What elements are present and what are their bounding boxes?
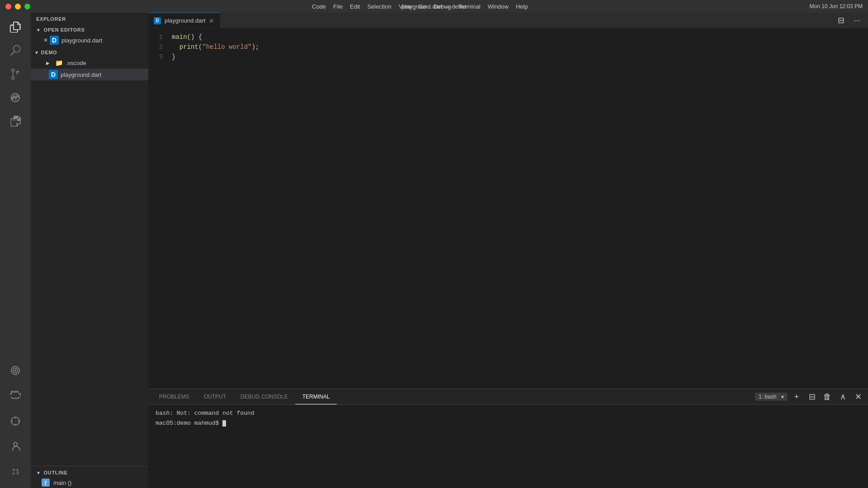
code-editor[interactable]: 1 2 3 main() { print("hello world"); }	[148, 28, 868, 389]
close-editor-icon[interactable]: ✕	[43, 37, 48, 43]
debug-console-tab[interactable]: DEBUG CONSOLE	[233, 389, 295, 404]
svg-point-0	[14, 370, 16, 371]
tab-close-button[interactable]: ✕	[209, 17, 214, 24]
menu-window[interactable]: Window	[488, 3, 509, 10]
split-terminal-button[interactable]: ⊟	[806, 390, 818, 403]
line-numbers: 1 2 3	[148, 32, 170, 385]
tab-actions: ⊟ ···	[835, 13, 868, 28]
close-terminal-button[interactable]: ✕	[852, 390, 864, 403]
demo-folder-header[interactable]: ▼ DEMO	[31, 48, 148, 57]
remote-explorer-icon[interactable]	[5, 360, 26, 381]
terminal-line-1: bash: Not: command not found	[156, 408, 861, 418]
account-icon[interactable]	[5, 436, 26, 457]
more-actions-button[interactable]: ···	[851, 14, 863, 27]
outline-item-label: main ()	[53, 479, 71, 486]
terminal-tab-bar: PROBLEMS OUTPUT DEBUG CONSOLE TERMINAL 1…	[148, 389, 868, 405]
extensions-activity-icon[interactable]	[5, 110, 26, 132]
explorer-activity-icon[interactable]	[5, 16, 26, 38]
menu-edit[interactable]: Edit	[350, 3, 360, 10]
app-container: EXPLORER ▼ OPEN EDITORS ✕ D playground.d…	[0, 13, 868, 488]
terminal-tab[interactable]: TERMINAL	[295, 389, 337, 404]
demo-section: ▼ DEMO ▶ 📁 .vscode D playground.dart	[31, 48, 148, 80]
titlebar: Code File Edit Selection View Go Debug T…	[0, 0, 868, 13]
vscode-folder-item[interactable]: ▶ 📁 .vscode	[31, 57, 148, 69]
menu-help[interactable]: Help	[516, 3, 528, 10]
menu-file[interactable]: File	[333, 3, 343, 10]
editor-tab-playground-dart[interactable]: D playground.dart ✕	[148, 13, 220, 28]
explorer-header: EXPLORER	[31, 13, 148, 23]
tab-bar: D playground.dart ✕ ⊟ ···	[148, 13, 868, 28]
tab-dart-icon: D	[154, 17, 161, 24]
expand-arrow-icon: ▶	[43, 58, 52, 67]
time-display: Mon 10 Jun 12:03 PM	[810, 3, 863, 9]
search-activity-icon[interactable]	[5, 40, 26, 61]
tab-label: playground.dart	[165, 17, 205, 24]
maximize-terminal-button[interactable]: ∧	[836, 390, 849, 403]
system-status: Mon 10 Jun 12:03 PM	[810, 3, 863, 9]
problems-tab[interactable]: PROBLEMS	[152, 389, 197, 404]
line-number-1: 1	[148, 32, 163, 42]
window-title: playground.dart — demo	[401, 3, 466, 10]
code-content[interactable]: main() { print("hello world"); }	[170, 32, 868, 385]
editor-area: D playground.dart ✕ ⊟ ··· 1 2 3 main() {…	[148, 13, 868, 488]
shell-selector-wrapper: 1: bash ▼	[755, 393, 788, 401]
demo-arrow: ▼	[34, 50, 39, 55]
run-debug-activity-icon[interactable]	[5, 87, 26, 108]
terminal-prompt: macOS:demo mahmud$	[156, 418, 861, 428]
line-number-3: 3	[148, 52, 163, 62]
minimize-window-button[interactable]	[15, 4, 21, 9]
shell-selector[interactable]: 1: bash	[755, 393, 788, 401]
maximize-window-button[interactable]	[24, 4, 30, 9]
open-editor-file-item[interactable]: ✕ D playground.dart	[31, 34, 148, 46]
menu-code[interactable]: Code	[312, 3, 326, 10]
sidebar: EXPLORER ▼ OPEN EDITORS ✕ D playground.d…	[31, 13, 148, 488]
delete-terminal-button[interactable]: 🗑	[821, 390, 834, 403]
add-terminal-button[interactable]: +	[790, 390, 803, 403]
menu-selection[interactable]: Selection	[367, 3, 391, 10]
split-editor-button[interactable]: ⊟	[835, 14, 847, 27]
docker-activity-icon[interactable]	[5, 385, 26, 407]
traffic-lights	[5, 4, 30, 9]
terminal-controls: 1: bash ▼ + ⊟ 🗑 ∧ ✕	[755, 390, 864, 403]
playground-dart-icon: D	[49, 70, 58, 79]
outline-main-item[interactable]: ƒ main ()	[31, 477, 148, 488]
playground-file-item[interactable]: D playground.dart	[31, 69, 148, 80]
outline-function-icon: ƒ	[42, 479, 50, 487]
dart-file-icon: D	[50, 36, 59, 45]
line-number-2: 2	[148, 42, 163, 52]
folder-icon: 📁	[54, 58, 63, 67]
terminal-cursor	[222, 420, 226, 427]
deploy-activity-icon[interactable]	[5, 410, 26, 432]
output-tab[interactable]: OUTPUT	[197, 389, 233, 404]
activity-bar	[0, 13, 31, 488]
outline-arrow: ▼	[36, 470, 41, 475]
open-editors-header[interactable]: ▼ OPEN EDITORS	[31, 23, 148, 34]
open-editors-arrow: ▼	[36, 28, 41, 33]
outline-section: ▼ OUTLINE ƒ main ()	[31, 466, 148, 488]
outline-header[interactable]: ▼ OUTLINE	[31, 466, 148, 477]
terminal-content[interactable]: bash: Not: command not found macOS:demo …	[148, 405, 868, 488]
close-window-button[interactable]	[5, 4, 11, 9]
settings-activity-icon[interactable]	[5, 461, 26, 483]
terminal-area: PROBLEMS OUTPUT DEBUG CONSOLE TERMINAL 1…	[148, 389, 868, 488]
source-control-activity-icon[interactable]	[5, 63, 26, 85]
